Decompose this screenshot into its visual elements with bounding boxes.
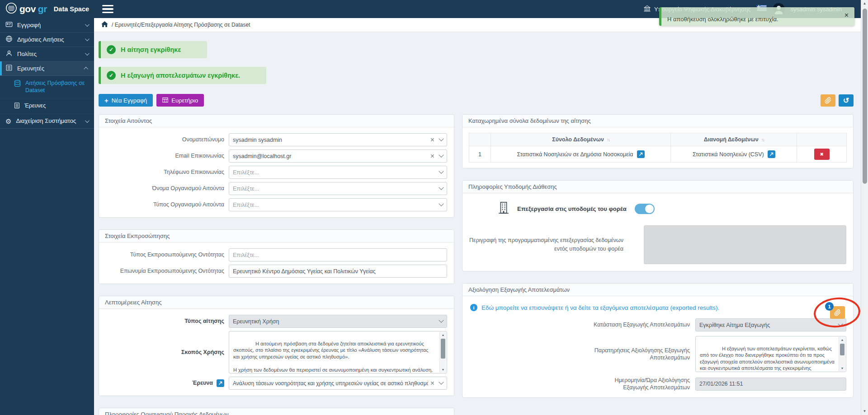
email-select[interactable]: sysadmin@localhost.gr ×: [229, 149, 447, 163]
row-number: 1: [469, 146, 491, 163]
clear-icon[interactable]: ×: [430, 136, 434, 144]
processing-toggle[interactable]: [635, 204, 655, 214]
export-datetime-input[interactable]: 27/01/2026 11:51: [695, 378, 846, 391]
table-icon: [162, 97, 168, 104]
undo-button[interactable]: ↺: [839, 94, 854, 107]
sort-icon[interactable]: ↑↓: [607, 137, 609, 142]
index-button[interactable]: Ευρετήριο: [156, 94, 204, 107]
journal-icon: [5, 64, 13, 73]
infrastructure-card: Πληροφορίες Υποδομής Διάθεσης: [462, 180, 854, 271]
attach-results-control: 1: [830, 306, 845, 319]
request-type-select[interactable]: Ερευνητική Χρήση: [229, 315, 447, 328]
column-header-empty: [469, 133, 491, 146]
scrollbar[interactable]: ▲ ▼: [439, 332, 446, 373]
scrollbar-thumb[interactable]: [863, 9, 867, 184]
sort-icon[interactable]: ↑↓: [761, 137, 764, 142]
column-header-dataset[interactable]: Σύνολο Δεδομένων↑↓: [491, 133, 670, 146]
paperclip-icon: [834, 309, 841, 316]
chevron-down-icon: [85, 118, 90, 123]
scroll-down-icon[interactable]: ▼: [861, 408, 868, 415]
export-status-select[interactable]: Εγκρίθηκε Αίτημα Εξαγωγής: [695, 318, 846, 331]
phone-select[interactable]: Επιλέξτε...: [229, 166, 447, 179]
delete-row-button[interactable]: ✖: [814, 149, 830, 160]
card-title: Πληροφορίες Υποδομής Διάθεσης: [462, 181, 853, 193]
brand-gr: gr: [38, 4, 47, 14]
research-select[interactable]: Ανάλυση τάσεων νοσηρότητας και χρήσης υπ…: [229, 377, 447, 390]
page-scrollbar[interactable]: ▲ ▼: [861, 0, 868, 415]
field-request-type: Τύπος αίτησης Ερευνητική Χρήση: [106, 315, 447, 328]
open-dataset-link-icon[interactable]: [637, 150, 645, 158]
gear-icon: ⚙: [5, 118, 11, 125]
close-icon[interactable]: ×: [844, 12, 849, 19]
sidebar-subitem-researches[interactable]: Έρευνες: [0, 98, 94, 114]
chevron-down-icon[interactable]: [439, 152, 443, 157]
alert-text: Η εξαγωγή αποτελεσμάτων εγκρίθηκε.: [121, 72, 240, 79]
open-research-link-icon[interactable]: [217, 379, 224, 387]
scroll-down-icon[interactable]: ▼: [440, 367, 446, 373]
field-label: Σκοπός Χρήσης: [106, 349, 224, 356]
scrollbar-thumb[interactable]: [441, 339, 445, 359]
dataset-name: Στατιστικά Νοσηλειών σε Δημόσια Νοσοκομε…: [517, 151, 633, 158]
field-entity-name: Επωνυμία Εκπροσωπούμενης Οντότητας Ερευν…: [106, 265, 447, 278]
field-label: Τύπος Οργανισμού Αιτούντα: [106, 201, 224, 208]
field-label: Τύπος Εκπροσωπούμενης Οντότητας: [106, 251, 224, 258]
applicant-org-name-select[interactable]: Επιλέξτε...: [229, 182, 447, 195]
sidebar-item-public-requests[interactable]: Δημόσιες Αιτήσεις: [0, 33, 94, 47]
field-entity-type: Τύπος Εκπροσωπούμενης Οντότητας Επιλέξτε…: [106, 248, 447, 261]
field-purpose: Σκοπός Χρήσης Η αιτούμενη πρόσβαση στα δ…: [106, 331, 447, 373]
chevron-down-icon[interactable]: [439, 168, 443, 173]
chevron-down-icon[interactable]: [439, 136, 443, 141]
attachment-count-badge: 1: [825, 302, 834, 311]
provider-org-card: Πληροφορίες Οργανισμού Παροχής Δεδομένων…: [99, 408, 454, 415]
fullname-select[interactable]: sysadmin sysadmin ×: [229, 133, 447, 146]
govgr-brand[interactable]: govgr Data Space: [0, 2, 94, 16]
open-distribution-link-icon[interactable]: [768, 150, 775, 158]
new-record-button[interactable]: + Νέα Εγγραφή: [99, 94, 153, 107]
processing-description-textarea[interactable]: [644, 225, 846, 264]
attach-button[interactable]: [821, 94, 835, 107]
export-info-text[interactable]: Εδώ μπορείτε να επισυνάψετε ή να δείτε τ…: [481, 304, 719, 311]
chevron-down-icon[interactable]: [439, 379, 443, 384]
bank-icon: [643, 5, 651, 14]
sidebar-item-researchers[interactable]: Ερευνητές: [0, 61, 94, 76]
field-label: Ημερομηνία/Ώρα Αξιολόγησης Εξαγωγής Αποτ…: [591, 377, 690, 392]
check-circle-icon: ✓: [107, 71, 116, 80]
entity-type-input[interactable]: Επιλέξτε...: [229, 248, 447, 261]
scroll-up-icon[interactable]: ▲: [861, 0, 868, 7]
export-remarks-textarea[interactable]: Η εξαγωγή των αποτελεσμάτων εγκρίνεται, …: [695, 336, 846, 372]
scroll-down-icon[interactable]: ▼: [839, 365, 845, 371]
hamburger-menu-icon[interactable]: [102, 5, 113, 14]
sidebar-subitem-dataset-access-requests[interactable]: Αιτήσεις Πρόσβασης σε Dataset: [0, 76, 94, 98]
chevron-down-icon[interactable]: [439, 201, 443, 206]
card-title: Καταχωρημένα σύνολα δεδομένων της αίτηση…: [462, 115, 853, 127]
datasets-table: Σύνολο Δεδομένων↑↓ Διανομή Δεδομένων↑↓ 1: [469, 133, 847, 163]
sidebar-item-system-administration[interactable]: ⚙ Διαχείριση Συστήματος: [0, 114, 94, 129]
toast-message: Η αποθήκευση ολοκληρώθηκε με επιτυχία.: [667, 16, 778, 23]
chevron-down-icon[interactable]: [439, 317, 443, 322]
clear-icon[interactable]: ×: [430, 153, 434, 160]
scroll-up-icon[interactable]: ▲: [440, 332, 446, 338]
field-phone: Τηλέφωνο Επικοινωνίας Επιλέξτε...: [106, 166, 447, 179]
sidebar-item-registration[interactable]: Εγγραφή: [0, 18, 94, 33]
field-label: Όνομα Οργανισμού Αιτούντα: [106, 185, 224, 192]
scrollbar[interactable]: ▲ ▼: [839, 337, 845, 371]
document-icon: [14, 102, 20, 110]
info-icon: i: [470, 304, 477, 311]
save-success-toast: Η αποθήκευση ολοκληρώθηκε με επιτυχία. ×: [659, 7, 854, 26]
purpose-textarea[interactable]: Η αιτούμενη πρόσβαση στα δεδομένα ζητείτ…: [229, 331, 447, 373]
home-icon[interactable]: [101, 21, 108, 29]
processing-description-row: Περιγραφή της προγραμματισμένης επεξεργα…: [469, 225, 846, 264]
column-header-distribution[interactable]: Διανομή Δεδομένων↑↓: [671, 133, 797, 146]
applicant-org-type-select[interactable]: Επιλέξτε...: [229, 198, 447, 211]
toolbar: + Νέα Εγγραφή Ευρετήριο ↺: [99, 94, 854, 107]
sidebar-item-citizens[interactable]: Πολίτες: [0, 47, 94, 61]
field-label: Email Επικοινωνίας: [106, 152, 224, 159]
clear-icon[interactable]: ×: [430, 380, 434, 387]
scroll-up-icon[interactable]: ▲: [839, 337, 845, 343]
scrollbar-thumb[interactable]: [840, 344, 844, 355]
breadcrumb-text[interactable]: / Ερευνητές/Επεξεργασία Αίτησης Πρόσβαση…: [112, 22, 250, 28]
chevron-down-icon[interactable]: [838, 321, 843, 326]
entity-name-input[interactable]: Ερευνητικό Κέντρο Δημόσιας Υγείας και Πο…: [229, 265, 447, 278]
chevron-down-icon[interactable]: [439, 185, 443, 190]
person-icon: [5, 50, 13, 58]
